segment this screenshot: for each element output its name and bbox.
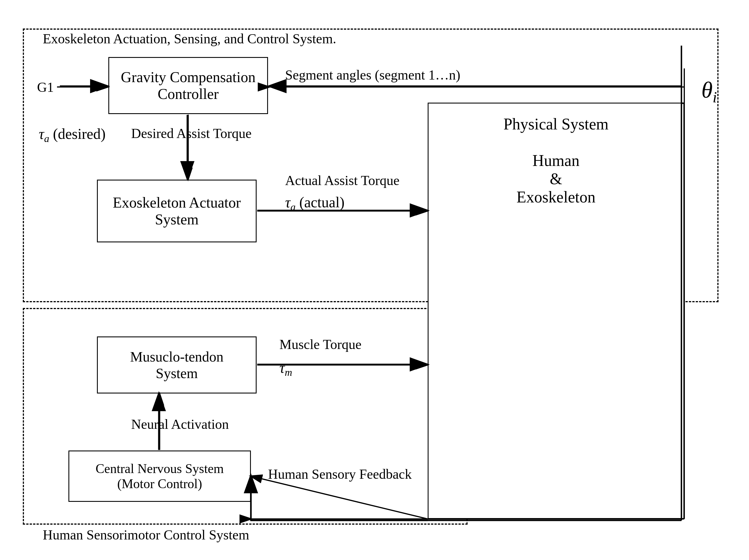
gcc-box: Gravity CompensationController [108,57,268,114]
muscle-torque-label: Muscle Torque [279,337,362,352]
actual-assist-torque-label: Actual Assist Torque [285,173,400,188]
mts-box: Musuclo-tendonSystem [97,337,257,393]
g1-label: G1 [37,79,54,95]
ps-box: Physical SystemHuman&Exoskeleton [428,103,684,519]
human-sensory-feedback-label: Human Sensory Feedback [268,466,412,482]
outer-box-label: Exoskeleton Actuation, Sensing, and Cont… [43,31,336,46]
neural-activation-label: Neural Activation [131,416,229,432]
eas-label: Exoskeleton ActuatorSystem [113,194,241,228]
segment-angles-label: Segment angles (segment 1…n) [285,67,461,83]
tau-a-desired-label: τa (desired) [39,126,106,145]
lower-box-label: Human Sensorimotor Control System [43,527,249,543]
desired-assist-torque-label: Desired Assist Torque [131,126,252,141]
cns-box: Central Nervous System(Motor Control) [68,451,251,502]
tau-m-label: τm [279,359,292,379]
mts-label: Musuclo-tendonSystem [130,348,223,382]
gcc-label: Gravity CompensationController [121,69,255,102]
ps-label: Physical SystemHuman&Exoskeleton [504,115,609,206]
cns-label: Central Nervous System(Motor Control) [95,461,224,491]
theta-label: θi [701,77,717,106]
eas-box: Exoskeleton ActuatorSystem [97,180,257,242]
tau-a-actual-label: τa (actual) [285,194,344,213]
